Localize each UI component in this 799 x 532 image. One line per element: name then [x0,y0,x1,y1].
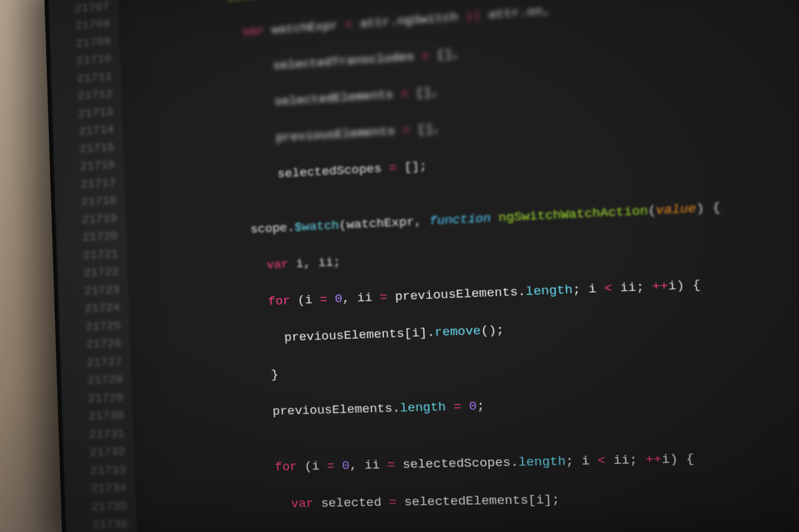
line-number: 21722 [69,263,119,283]
line-number: 21724 [71,299,120,319]
line-number: 21717 [66,174,116,195]
line-number: 21719 [67,210,117,230]
code-line[interactable] [142,425,799,442]
line-number: 21727 [72,352,123,372]
line-number: 21733 [76,461,126,480]
line-number: 21720 [68,227,118,247]
code-line[interactable]: var selected = selectedElements[i]; [145,485,799,515]
line-number: 21728 [73,370,124,390]
code-line[interactable]: selectedScopes[i].$destroy(); [146,525,799,532]
line-number: 21725 [71,317,121,337]
editor-viewport[interactable]: 21706 21707 21708 21709 21710 21711 2171… [47,0,799,532]
line-number: 21714 [64,120,114,141]
line-number: 21715 [65,138,115,159]
line-number: 21730 [74,407,124,426]
code-line[interactable]: } [140,347,799,388]
line-number: 21718 [67,191,117,212]
line-number: 21723 [70,281,120,301]
line-number: 21734 [76,479,127,498]
line-number: 21716 [66,156,115,177]
line-number: 21726 [72,334,122,354]
line-number: 21729 [73,389,124,408]
code-line[interactable]: for (i = 0, ii = selectedScopes.length; … [143,445,799,479]
code-line[interactable]: scope.$watch(watchExpr, function ngSwitc… [135,191,799,244]
code-editor-screen: 21706 21707 21708 21709 21710 21711 2171… [44,0,799,532]
line-number: 21712 [63,85,113,106]
line-number: 21721 [69,245,119,265]
code-area[interactable]: link: function(scope, element, attr, ngS… [117,0,799,532]
line-number: 21732 [75,443,125,462]
line-number: 21731 [74,425,125,444]
code-line[interactable]: previousElements.length = 0; [141,386,799,424]
line-number: 21736 [77,515,128,532]
code-line[interactable]: previousElements[i].remove(); [139,307,799,352]
line-number: 21735 [77,497,127,516]
